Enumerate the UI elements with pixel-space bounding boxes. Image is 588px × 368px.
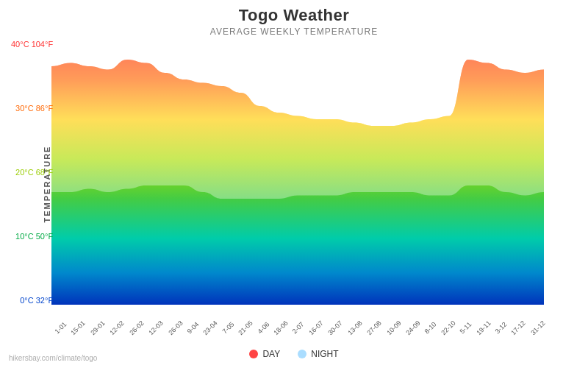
- x-label: 7-05: [220, 321, 235, 336]
- x-label: 18-06: [272, 319, 289, 336]
- night-label: NIGHT: [311, 349, 338, 359]
- chart-container: Togo Weather AVERAGE WEEKLY TEMPERATURE …: [0, 0, 588, 368]
- x-label: 22-10: [440, 319, 456, 336]
- x-label: 30-07: [327, 319, 344, 336]
- chart-subtitle: AVERAGE WEEKLY TEMPERATURE: [0, 26, 588, 37]
- x-label: 26-03: [167, 319, 184, 336]
- x-label: 5-11: [459, 321, 473, 336]
- day-label: DAY: [262, 349, 280, 359]
- y-tick-40: 40°C 104°F: [11, 40, 53, 49]
- legend-night: NIGHT: [298, 349, 338, 359]
- x-label: 31-12: [529, 319, 546, 336]
- x-label: 9-04: [186, 321, 201, 336]
- night-dot: [298, 350, 306, 358]
- y-tick-10: 10°C 50°F: [11, 232, 53, 241]
- watermark: hikersbay.com/climate/togo: [9, 354, 97, 362]
- x-label: 26-02: [128, 319, 145, 336]
- chart-area: 40°C 104°F 30°C 86°F 20°C 68°F 10°C 50°F…: [51, 40, 544, 305]
- x-label: 8-10: [423, 321, 438, 336]
- x-label: 12-03: [147, 319, 164, 336]
- x-label: 4-06: [256, 321, 270, 336]
- chart-title: Togo Weather: [0, 0, 588, 25]
- x-label: 29-01: [89, 319, 106, 336]
- x-label: 3-12: [494, 321, 509, 336]
- y-tick-0: 0°C 32°F: [11, 296, 53, 305]
- x-label: 17-12: [510, 319, 527, 336]
- x-label: 16-07: [307, 319, 324, 336]
- x-label: 13-08: [346, 319, 363, 336]
- temperature-chart: [51, 40, 544, 305]
- x-label: 24-09: [404, 319, 421, 336]
- x-label: 27-08: [365, 319, 382, 336]
- x-label: 12-02: [109, 319, 126, 336]
- x-label: 23-04: [202, 319, 219, 336]
- day-dot: [249, 350, 258, 358]
- legend-day: DAY: [249, 349, 280, 359]
- y-tick-20: 20°C 68°F: [11, 168, 53, 177]
- x-label: 10-09: [385, 319, 402, 336]
- x-axis-labels: 1-0115-0129-0112-0226-0212-0326-039-0423…: [51, 325, 544, 333]
- x-label: 19-11: [475, 319, 492, 336]
- x-label: 2-07: [291, 321, 306, 336]
- y-axis-ticks: 40°C 104°F 30°C 86°F 20°C 68°F 10°C 50°F…: [11, 40, 53, 305]
- y-tick-30: 30°C 86°F: [11, 104, 53, 113]
- x-label: 1-01: [54, 321, 68, 336]
- x-label: 21-05: [237, 319, 254, 336]
- x-label: 15-01: [70, 319, 87, 336]
